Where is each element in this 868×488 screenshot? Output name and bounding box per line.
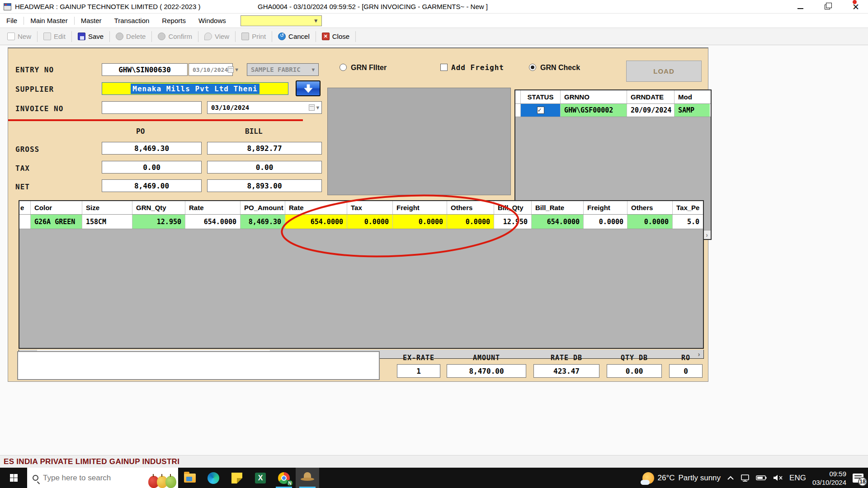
search-highlight-apples-image[interactable]: [151, 476, 176, 488]
cancel-button[interactable]: Cancel: [274, 30, 314, 43]
action-center-icon[interactable]: 18: [853, 474, 863, 483]
tray-chevron-up-icon[interactable]: [727, 476, 734, 480]
menu-file[interactable]: File: [0, 14, 24, 28]
mode-cell[interactable]: SAMP: [675, 104, 710, 117]
grnno-column-header[interactable]: GRNNO: [561, 90, 627, 103]
col-header-po-amount[interactable]: PO_Amount: [241, 201, 285, 214]
chrome-taskbar-icon[interactable]: N: [272, 468, 296, 488]
others2-cell[interactable]: 0.0000: [627, 215, 673, 229]
col-header-rate[interactable]: Rate: [185, 201, 241, 214]
col-header-size[interactable]: Size: [82, 201, 132, 214]
gross-po-field[interactable]: 8,469.30: [102, 142, 202, 155]
battery-icon[interactable]: [756, 475, 767, 481]
col-header-color[interactable]: Color: [31, 201, 82, 214]
network-icon[interactable]: [741, 474, 750, 482]
freight-cell[interactable]: 0.0000: [393, 215, 447, 229]
status-column-header[interactable]: STATUS: [521, 90, 561, 103]
row-selector-cell[interactable]: [515, 104, 521, 117]
save-button[interactable]: Save: [73, 30, 108, 43]
restore-button[interactable]: [825, 5, 833, 9]
col-header-others2[interactable]: Others: [627, 201, 673, 214]
entry-date-field[interactable]: 03/10/2024 ▼: [189, 63, 233, 76]
net-po-field[interactable]: 8,469.00: [102, 179, 202, 192]
new-button[interactable]: New: [3, 30, 36, 43]
clock-widget[interactable]: 09:59 03/10/2024: [812, 469, 846, 487]
gross-bill-field[interactable]: 8,892.77: [207, 142, 322, 155]
menu-windows[interactable]: Windows: [192, 14, 232, 28]
menu-quick-combobox[interactable]: ▼: [241, 15, 322, 26]
grn-check-radio[interactable]: [529, 64, 536, 71]
weather-widget[interactable]: 26°C Partly sunny: [642, 472, 721, 484]
tax-po-field[interactable]: 0.00: [102, 161, 202, 174]
col-header-others[interactable]: Others: [447, 201, 494, 214]
color-cell[interactable]: G26A GREEN: [31, 215, 82, 229]
grndate-cell[interactable]: 20/09/2024: [627, 104, 675, 117]
supplier-field[interactable]: Menaka Mills Pvt Ltd Theni: [102, 82, 288, 95]
supplier-lookup-button[interactable]: [296, 80, 321, 96]
tax-bill-field[interactable]: 0.00: [207, 161, 322, 174]
col-header-bill-rate[interactable]: Bill_Rate: [532, 201, 584, 214]
search-input[interactable]: [43, 474, 124, 483]
ex-rate-field[interactable]: 1: [397, 364, 440, 378]
net-bill-field[interactable]: 8,893.00: [207, 179, 322, 192]
edge-taskbar-icon[interactable]: [202, 468, 225, 488]
grnno-cell[interactable]: GHW\GSF00002: [561, 104, 627, 117]
invoice-no-field[interactable]: [102, 101, 202, 114]
col-header-grn-qty[interactable]: GRN_Qty: [132, 201, 185, 214]
col-header-freight[interactable]: Freight: [393, 201, 447, 214]
others-cell[interactable]: 0.0000: [447, 215, 494, 229]
erp-app-taskbar-icon[interactable]: [296, 468, 319, 488]
edit-button[interactable]: Edit: [39, 30, 70, 43]
volume-muted-icon[interactable]: [773, 474, 783, 481]
start-button[interactable]: [0, 468, 27, 488]
menu-master[interactable]: Master: [75, 14, 108, 28]
col-header-bill-qty[interactable]: BIll_Qty: [494, 201, 532, 214]
grn-qty-cell[interactable]: 12.950: [132, 215, 185, 229]
confirm-button[interactable]: Confirm: [153, 30, 197, 43]
bill-rate-cell[interactable]: 654.0000: [532, 215, 584, 229]
taskbar-search[interactable]: [27, 468, 178, 488]
close-button[interactable]: ✕: [852, 3, 860, 11]
rate-db-field[interactable]: 423.47: [533, 364, 599, 378]
bill-qty-cell[interactable]: 12.950: [494, 215, 532, 229]
remarks-textarea[interactable]: [17, 351, 380, 380]
close-form-button[interactable]: Close: [317, 30, 354, 43]
mode-column-header[interactable]: Mod: [675, 90, 710, 103]
tax-pct-cell[interactable]: 5.0: [673, 215, 703, 229]
items-grid-row[interactable]: G26A GREEN 158CM 12.950 654.0000 8,469.3…: [19, 215, 703, 229]
grndate-column-header[interactable]: GRNDATE: [627, 90, 675, 103]
entry-no-field[interactable]: GHW\SIN00630: [102, 63, 188, 76]
view-button[interactable]: View: [200, 30, 234, 43]
col-header-tax[interactable]: Tax: [347, 201, 393, 214]
menu-main-master[interactable]: Main Master: [24, 14, 74, 28]
category-combobox[interactable]: SAMPLE FABRIC▼: [247, 63, 319, 76]
freight2-cell[interactable]: 0.0000: [584, 215, 627, 229]
col-header-freight2[interactable]: Freight: [584, 201, 627, 214]
col-header-0[interactable]: e: [19, 201, 31, 214]
tax-cell[interactable]: 0.0000: [347, 215, 393, 229]
menu-transaction[interactable]: Transaction: [108, 14, 156, 28]
bill-rate-entry-cell[interactable]: 654.0000: [285, 215, 347, 229]
ro-field[interactable]: 0: [669, 364, 703, 378]
invoice-date-field[interactable]: 03/10/2024 ▼: [207, 101, 322, 114]
size-cell[interactable]: 158CM: [82, 215, 132, 229]
language-indicator[interactable]: ENG: [789, 474, 806, 483]
sticky-notes-taskbar-icon[interactable]: [225, 468, 249, 488]
load-button[interactable]: LOAD: [626, 61, 702, 82]
status-cell[interactable]: [521, 104, 561, 117]
amount-field[interactable]: 8,470.00: [447, 364, 526, 378]
row-selector-cell[interactable]: [19, 215, 31, 229]
minimize-button[interactable]: [797, 5, 806, 9]
grn-filter-radio[interactable]: [340, 64, 347, 71]
col-header-bill-rate-entry[interactable]: Rate: [285, 201, 347, 214]
grn-list-row[interactable]: GHW\GSF00002 20/09/2024 SAMP: [515, 104, 711, 117]
delete-button[interactable]: Delete: [111, 30, 150, 43]
add-freight-checkbox[interactable]: [440, 64, 448, 71]
po-amount-cell[interactable]: 8,469.30: [241, 215, 285, 229]
qty-db-field[interactable]: 0.00: [607, 364, 662, 378]
rate-cell[interactable]: 654.0000: [185, 215, 241, 229]
checked-checkbox-icon[interactable]: [537, 107, 544, 114]
print-button[interactable]: Print: [237, 30, 270, 43]
menu-reports[interactable]: Reports: [156, 14, 192, 28]
excel-taskbar-icon[interactable]: X: [249, 468, 272, 488]
